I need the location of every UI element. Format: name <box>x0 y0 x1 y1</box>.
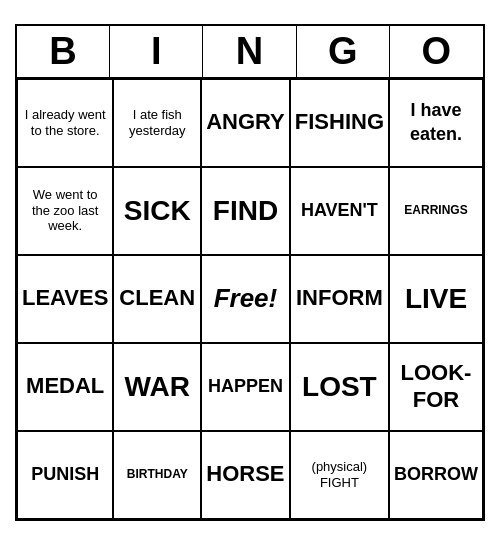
bingo-cell: HAVEN'T <box>290 167 389 255</box>
bingo-cell: I already went to the store. <box>17 79 113 167</box>
bingo-cell: PUNISH <box>17 431 113 519</box>
bingo-cell: HORSE <box>201 431 290 519</box>
bingo-cell: LOST <box>290 343 389 431</box>
bingo-cell: FISHING <box>290 79 389 167</box>
bingo-cell: MEDAL <box>17 343 113 431</box>
bingo-cell: We went to the zoo last week. <box>17 167 113 255</box>
bingo-cell: LOOK-FOR <box>389 343 483 431</box>
bingo-cell: LEAVES <box>17 255 113 343</box>
bingo-cell: BORROW <box>389 431 483 519</box>
bingo-header: BINGO <box>17 26 483 79</box>
bingo-cell: CLEAN <box>113 255 201 343</box>
bingo-cell: ANGRY <box>201 79 290 167</box>
bingo-cell: (physical) FIGHT <box>290 431 389 519</box>
bingo-cell: EARRINGS <box>389 167 483 255</box>
header-letter: I <box>110 26 203 77</box>
bingo-card: BINGO I already went to the store.I ate … <box>15 24 485 521</box>
bingo-cell: HAPPEN <box>201 343 290 431</box>
bingo-grid: I already went to the store.I ate fish y… <box>17 79 483 519</box>
bingo-cell: I ate fish yesterday <box>113 79 201 167</box>
header-letter: O <box>390 26 483 77</box>
bingo-cell: FIND <box>201 167 290 255</box>
bingo-cell: LIVE <box>389 255 483 343</box>
bingo-cell: I have eaten. <box>389 79 483 167</box>
bingo-cell: Free! <box>201 255 290 343</box>
header-letter: G <box>297 26 390 77</box>
header-letter: B <box>17 26 110 77</box>
bingo-cell: INFORM <box>290 255 389 343</box>
bingo-cell: WAR <box>113 343 201 431</box>
bingo-cell: BIRTHDAY <box>113 431 201 519</box>
bingo-cell: SICK <box>113 167 201 255</box>
header-letter: N <box>203 26 296 77</box>
